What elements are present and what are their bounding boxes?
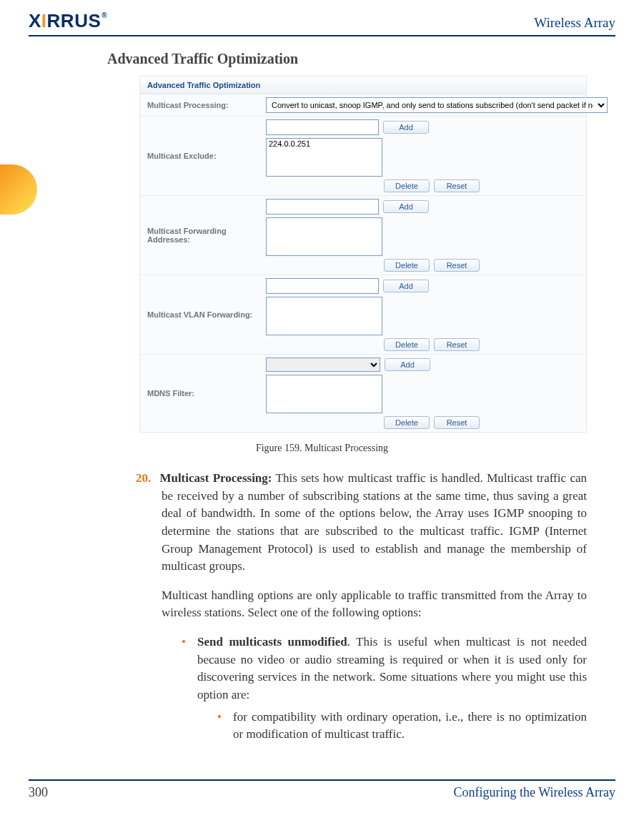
logo-part-rest: RRUS [47,10,101,32]
multicast-forwarding-reset-button[interactable]: Reset [434,259,480,272]
side-tab-decor [0,164,37,215]
sub-bullet-text: for compatibility with ordinary operatio… [233,709,587,744]
multicast-forwarding-input[interactable] [266,199,379,215]
mdns-filter-reset-button[interactable]: Reset [434,416,480,429]
logo-part-i: I [41,10,47,32]
label-mdns-filter: MDNS Filter: [140,386,262,400]
figure-caption: Figure 159. Multicast Processing [29,443,615,454]
bullet-icon: • [182,634,197,744]
sub-bullet-item: • for compatibility with ordinary operat… [217,709,587,744]
logo-registered-mark: ® [101,11,107,19]
multicast-vlan-reset-button[interactable]: Reset [434,338,480,351]
bullet-icon: • [217,709,233,744]
multicast-processing-select[interactable]: Convert to unicast, snoop IGMP, and only… [266,97,608,113]
multicast-forwarding-list[interactable] [266,217,382,256]
mdns-filter-select[interactable] [266,358,380,372]
header-doc-title: Wireless Array [534,15,615,31]
row-multicast-processing: Multicast Processing: Convert to unicast… [140,94,586,117]
label-multicast-exclude: Multicast Exclude: [140,149,262,163]
lead-term: Multicast Processing: [159,471,272,485]
body-text: 20. Multicast Processing: This sets how … [136,470,587,744]
list-number: 20. [136,470,156,488]
multicast-vlan-add-button[interactable]: Add [383,280,429,292]
multicast-forwarding-delete-button[interactable]: Delete [384,259,430,272]
mdns-filter-list[interactable] [266,375,382,413]
mdns-filter-delete-button[interactable]: Delete [384,416,430,429]
logo-part-x: X [29,10,41,32]
row-multicast-exclude: Multicast Exclude: Add Delete Reset [140,117,586,196]
row-mdns-filter: MDNS Filter: Add Delete Reset [140,355,586,432]
config-panel-title: Advanced Traffic Optimization [140,77,586,94]
multicast-forwarding-add-button[interactable]: Add [383,200,429,213]
bullet-item: • Send multicasts unmodified. This is us… [182,634,587,744]
row-multicast-forwarding: Multicast Forwarding Addresses: Add Dele… [140,196,586,275]
lead-descr: This sets how multicast traffic is handl… [162,471,587,573]
mdns-filter-add-button[interactable]: Add [385,358,430,371]
multicast-exclude-list[interactable] [266,138,382,177]
footer-page-number: 300 [29,785,48,800]
multicast-exclude-reset-button[interactable]: Reset [434,179,480,192]
section-heading: Advanced Traffic Optimization [107,51,615,67]
footer-section-title: Configuring the Wireless Array [454,785,615,800]
config-panel: Advanced Traffic Optimization Multicast … [139,76,587,433]
brand-logo: X I RRUS ® [29,11,106,31]
page-footer: 300 Configuring the Wireless Array [29,779,615,800]
multicast-exclude-add-button[interactable]: Add [383,121,429,134]
multicast-exclude-delete-button[interactable]: Delete [384,179,430,192]
page-header: X I RRUS ® Wireless Array [29,11,615,36]
row-multicast-vlan: Multicast VLAN Forwarding: Add Delete Re… [140,275,586,355]
label-multicast-vlan: Multicast VLAN Forwarding: [140,307,262,322]
multicast-vlan-delete-button[interactable]: Delete [384,338,430,351]
multicast-exclude-input[interactable] [266,119,379,135]
bullet1-term: Send multicasts unmodified [197,635,347,649]
multicast-vlan-input[interactable] [266,278,379,294]
label-multicast-forwarding: Multicast Forwarding Addresses: [140,224,262,247]
label-multicast-processing: Multicast Processing: [140,98,262,112]
para-options-intro: Multicast handling options are only appl… [136,587,587,622]
multicast-vlan-list[interactable] [266,297,382,335]
